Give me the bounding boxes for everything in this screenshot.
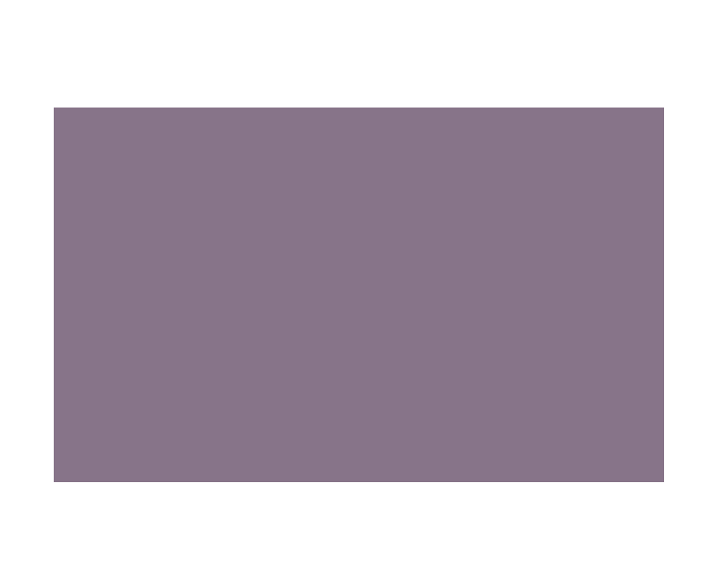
color-swatch — [54, 108, 664, 482]
